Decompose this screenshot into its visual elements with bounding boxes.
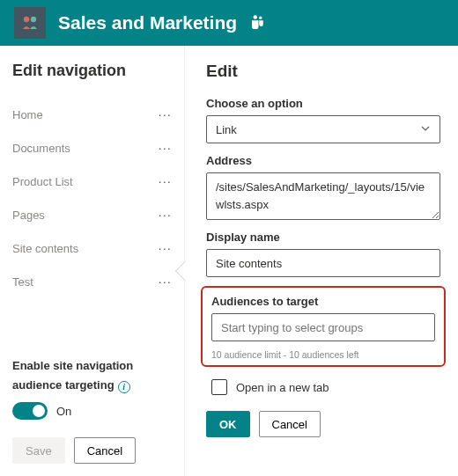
chevron-down-icon	[420, 123, 431, 136]
audience-toggle-section: Enable site navigation audience targetin…	[12, 349, 172, 420]
nav-item-label: Home	[12, 108, 158, 121]
more-icon[interactable]: ···	[158, 278, 172, 285]
address-field: Address	[206, 154, 440, 220]
left-actions: Save Cancel	[12, 437, 172, 464]
site-header: Sales and Marketing	[0, 0, 458, 46]
nav-list: Home ··· Documents ··· Product List ··· …	[12, 98, 172, 330]
svg-point-0	[24, 17, 29, 22]
option-select[interactable]: Link	[206, 115, 440, 143]
people-icon	[19, 12, 41, 33]
svg-point-3	[259, 17, 262, 19]
edit-link-panel: Edit Choose an option Link Address Displ…	[185, 46, 458, 476]
cancel-button[interactable]: Cancel	[74, 437, 136, 464]
option-value: Link	[216, 123, 237, 136]
svg-point-2	[254, 15, 258, 19]
save-button: Save	[12, 437, 65, 464]
right-actions: OK Cancel	[206, 411, 440, 437]
nav-item-label: Product List	[12, 175, 158, 188]
site-logo	[14, 7, 46, 39]
nav-item-site-contents[interactable]: Site contents ···	[12, 231, 172, 265]
nav-item-label: Pages	[12, 209, 158, 222]
cancel-button-right[interactable]: Cancel	[259, 411, 321, 437]
nav-item-documents[interactable]: Documents ···	[12, 131, 172, 165]
nav-item-home[interactable]: Home ···	[12, 98, 172, 131]
more-icon[interactable]: ···	[158, 245, 172, 252]
option-field: Choose an option Link	[206, 97, 440, 143]
more-icon[interactable]: ···	[158, 211, 172, 218]
nav-item-test[interactable]: Test ···	[12, 265, 172, 298]
left-panel-title: Edit navigation	[12, 62, 172, 80]
open-new-tab-checkbox[interactable]	[211, 379, 227, 395]
audience-hint: 10 audience limit - 10 audiences left	[211, 349, 435, 360]
more-icon[interactable]: ···	[158, 111, 172, 118]
toggle-label: Enable site navigation audience targetin…	[12, 358, 172, 393]
audience-field: Audiences to target 10 audience limit - …	[211, 295, 435, 360]
svg-point-1	[31, 17, 36, 22]
main-content: Edit navigation Home ··· Documents ··· P…	[0, 46, 458, 476]
teams-icon[interactable]	[249, 13, 265, 33]
audience-label: Audiences to target	[211, 295, 435, 308]
option-label: Choose an option	[206, 97, 440, 110]
more-icon[interactable]: ···	[158, 178, 172, 185]
nav-item-label: Site contents	[12, 242, 158, 255]
toggle-label-line1: Enable site navigation	[12, 358, 133, 374]
open-new-tab-row[interactable]: Open in a new tab	[211, 379, 440, 395]
nav-item-label: Test	[12, 275, 158, 289]
address-label: Address	[206, 154, 440, 167]
toggle-state: On	[56, 405, 71, 418]
toggle-label-line2: audience targeting	[12, 377, 114, 393]
toggle-row: On	[12, 402, 172, 420]
audience-toggle[interactable]	[12, 402, 48, 420]
nav-item-product-list[interactable]: Product List ···	[12, 165, 172, 198]
open-new-tab-label: Open in a new tab	[236, 381, 329, 394]
address-input[interactable]	[206, 172, 440, 220]
nav-item-label: Documents	[12, 142, 158, 155]
display-name-field: Display name	[206, 231, 440, 277]
info-icon[interactable]: i	[118, 381, 130, 393]
edit-navigation-panel: Edit navigation Home ··· Documents ··· P…	[0, 46, 185, 476]
display-name-input[interactable]	[206, 249, 440, 277]
audience-input[interactable]	[211, 313, 435, 341]
right-panel-title: Edit	[206, 62, 440, 81]
nav-item-pages[interactable]: Pages ···	[12, 198, 172, 231]
audience-highlight: Audiences to target 10 audience limit - …	[201, 286, 446, 367]
site-title: Sales and Marketing	[58, 12, 237, 33]
more-icon[interactable]: ···	[158, 144, 172, 151]
display-label: Display name	[206, 231, 440, 244]
ok-button[interactable]: OK	[206, 411, 250, 437]
